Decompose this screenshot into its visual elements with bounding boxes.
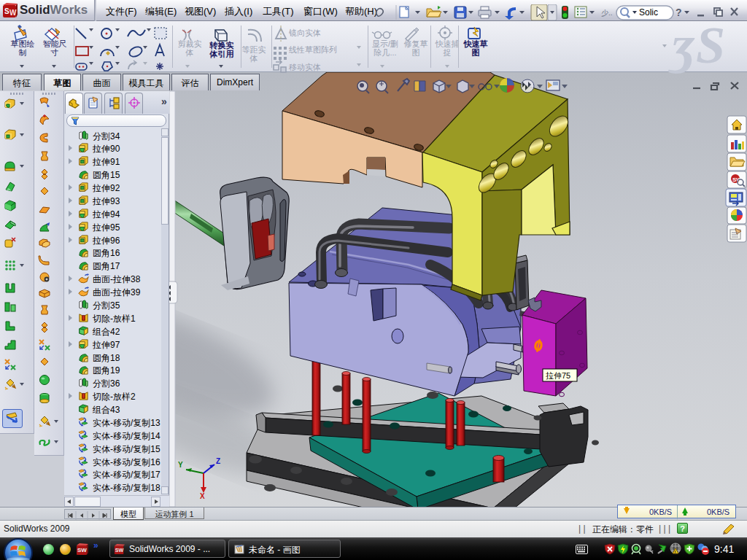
svg-text:S: S — [4, 7, 9, 15]
svg-text:SW: SW — [115, 548, 124, 553]
svg-text:SW: SW — [77, 547, 87, 553]
svg-text:Z: Z — [216, 457, 220, 465]
svg-text:少..: 少.. — [601, 9, 613, 17]
svg-text:拉伸75: 拉伸75 — [546, 371, 570, 380]
svg-text:X: X — [200, 492, 205, 500]
svg-text:Y: Y — [178, 461, 183, 469]
svg-text:W: W — [9, 9, 17, 17]
svg-text:!: ! — [675, 550, 676, 554]
svg-text:Solic: Solic — [639, 7, 658, 18]
